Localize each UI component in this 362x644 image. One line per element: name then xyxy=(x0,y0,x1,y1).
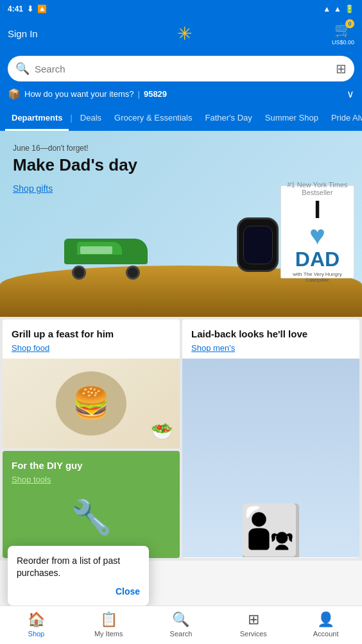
search-magnifier-icon: 🔍 xyxy=(15,62,30,76)
food-shop-link[interactable]: Shop food xyxy=(12,343,49,353)
status-bar: 4:41 ⬇ 🔼 ▲ ▲ 🔋 xyxy=(0,0,362,18)
hero-banner: June 16—don't forget! Make Dad's day Sho… xyxy=(0,131,362,317)
delivery-icon: 📦 xyxy=(8,88,21,100)
sign-in-button[interactable]: Sign In xyxy=(8,28,38,39)
battery-icon: 🔋 xyxy=(345,4,354,13)
tab-summer-shop[interactable]: Summer Shop xyxy=(259,106,325,131)
tab-pride-always[interactable]: Pride Always xyxy=(325,106,362,131)
mens-card-content: Laid-back looks he'll love Shop men's xyxy=(182,319,359,359)
food-card-content: Grill up a feast for him Shop food xyxy=(3,319,180,359)
delivery-info[interactable]: 📦 How do you want your items? | 95829 xyxy=(8,88,167,100)
header: Sign In ✳ 🛒 0 US$0.00 xyxy=(0,18,362,52)
status-right: ▲ ▲ 🔋 xyxy=(323,4,354,13)
tab-grocery[interactable]: Grocery & Essentials xyxy=(108,106,198,131)
food-card-title: Grill up a feast for him xyxy=(12,328,171,339)
cart-badge: 0 xyxy=(345,19,354,28)
hero-title: Make Dad's day xyxy=(13,155,349,175)
book: #1 New York Times Bestseller I ♥ DAD wit… xyxy=(280,185,354,278)
notification-icon: 🔼 xyxy=(37,4,47,13)
search-container: 🔍 ⊞ xyxy=(0,52,362,88)
tooltip-text: Reorder from a list of past purchases. xyxy=(17,555,140,580)
diy-shop-link[interactable]: Shop tools xyxy=(12,475,51,484)
nav-tabs: Departments | Deals Grocery & Essentials… xyxy=(0,106,362,131)
signal-icon: ▲ xyxy=(334,4,341,13)
mens-shop-link[interactable]: Shop men's xyxy=(191,343,235,353)
mens-card-title: Laid-back looks he'll love xyxy=(191,328,350,339)
cart-area[interactable]: 🛒 0 US$0.00 xyxy=(332,22,354,46)
diy-card-title: For the DIY guy xyxy=(12,460,171,471)
download-icon: ⬇ xyxy=(27,4,33,13)
diy-image: 🔧 xyxy=(12,485,171,549)
tab-deals[interactable]: Deals xyxy=(74,106,108,131)
tooltip-close-button[interactable]: Close xyxy=(116,586,140,597)
food-card: Grill up a feast for him Shop food 🍔 🥗 xyxy=(3,319,180,448)
delivery-bar: 📦 How do you want your items? | 95829 ∨ xyxy=(0,88,362,106)
hero-subtitle: June 16—don't forget! xyxy=(13,144,349,153)
lego-car xyxy=(64,239,148,271)
hero-shop-link[interactable]: Shop gifts xyxy=(13,183,53,194)
tab-departments[interactable]: Departments xyxy=(5,106,69,131)
delivery-question: How do you want your items? xyxy=(24,89,134,99)
mens-image: 👨‍👧 xyxy=(182,359,359,557)
wifi-icon: ▲ xyxy=(323,4,331,13)
cart-button[interactable]: 🛒 0 xyxy=(334,22,352,38)
search-bar[interactable]: 🔍 ⊞ xyxy=(8,56,354,81)
delivery-zip: 95829 xyxy=(144,89,167,99)
walmart-logo: ✳ xyxy=(177,23,192,44)
barcode-icon[interactable]: ⊞ xyxy=(336,61,347,76)
tab-fathers-day[interactable]: Father's Day xyxy=(198,106,258,131)
time-display: 4:41 xyxy=(8,4,23,13)
card-grid: Grill up a feast for him Shop food 🍔 🥗 L… xyxy=(0,317,362,561)
cart-price: US$0.00 xyxy=(332,39,354,46)
diy-card: For the DIY guy Shop tools 🔧 xyxy=(3,451,180,558)
search-input[interactable] xyxy=(35,64,331,74)
watch xyxy=(237,217,279,272)
chevron-down-icon[interactable]: ∨ xyxy=(347,88,354,100)
reorder-tooltip: Reorder from a list of past purchases. C… xyxy=(8,546,149,606)
mens-card: Laid-back looks he'll love Shop men's 👨‍… xyxy=(182,319,359,558)
status-left: 4:41 ⬇ 🔼 xyxy=(8,4,47,13)
food-image: 🍔 🥗 xyxy=(3,359,180,448)
